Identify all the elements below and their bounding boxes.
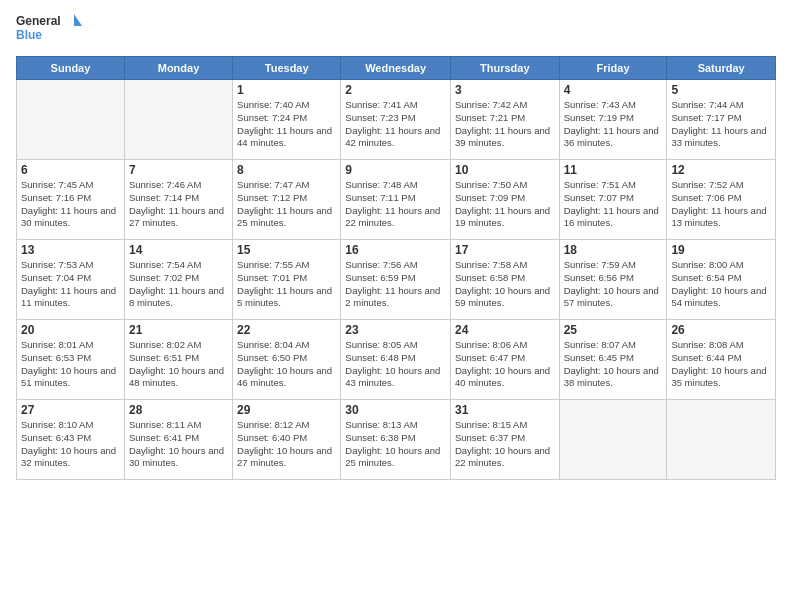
- calendar-day-header: Monday: [124, 57, 232, 80]
- logo-svg: General Blue: [16, 10, 86, 50]
- logo: General Blue: [16, 10, 86, 50]
- day-info: Sunrise: 7:47 AM Sunset: 7:12 PM Dayligh…: [237, 179, 336, 230]
- calendar-day-cell: 18Sunrise: 7:59 AM Sunset: 6:56 PM Dayli…: [559, 240, 667, 320]
- page: General Blue SundayMondayTuesdayWednesda…: [0, 0, 792, 490]
- calendar-day-cell: 26Sunrise: 8:08 AM Sunset: 6:44 PM Dayli…: [667, 320, 776, 400]
- calendar-day-cell: 29Sunrise: 8:12 AM Sunset: 6:40 PM Dayli…: [233, 400, 341, 480]
- day-number: 24: [455, 323, 555, 337]
- calendar-day-header: Friday: [559, 57, 667, 80]
- calendar-day-cell: 17Sunrise: 7:58 AM Sunset: 6:58 PM Dayli…: [450, 240, 559, 320]
- day-info: Sunrise: 7:48 AM Sunset: 7:11 PM Dayligh…: [345, 179, 446, 230]
- svg-text:Blue: Blue: [16, 28, 42, 42]
- calendar-week-row: 6Sunrise: 7:45 AM Sunset: 7:16 PM Daylig…: [17, 160, 776, 240]
- day-number: 9: [345, 163, 446, 177]
- day-info: Sunrise: 7:46 AM Sunset: 7:14 PM Dayligh…: [129, 179, 228, 230]
- calendar-day-cell: 4Sunrise: 7:43 AM Sunset: 7:19 PM Daylig…: [559, 80, 667, 160]
- svg-text:General: General: [16, 14, 61, 28]
- calendar-day-cell: 14Sunrise: 7:54 AM Sunset: 7:02 PM Dayli…: [124, 240, 232, 320]
- calendar-day-cell: [667, 400, 776, 480]
- day-info: Sunrise: 7:42 AM Sunset: 7:21 PM Dayligh…: [455, 99, 555, 150]
- calendar-day-cell: 15Sunrise: 7:55 AM Sunset: 7:01 PM Dayli…: [233, 240, 341, 320]
- calendar-day-cell: [17, 80, 125, 160]
- day-number: 14: [129, 243, 228, 257]
- calendar-week-row: 1Sunrise: 7:40 AM Sunset: 7:24 PM Daylig…: [17, 80, 776, 160]
- day-number: 7: [129, 163, 228, 177]
- day-number: 2: [345, 83, 446, 97]
- day-info: Sunrise: 7:44 AM Sunset: 7:17 PM Dayligh…: [671, 99, 771, 150]
- calendar-day-header: Saturday: [667, 57, 776, 80]
- day-number: 28: [129, 403, 228, 417]
- calendar-day-cell: 7Sunrise: 7:46 AM Sunset: 7:14 PM Daylig…: [124, 160, 232, 240]
- day-number: 4: [564, 83, 663, 97]
- calendar-day-cell: 12Sunrise: 7:52 AM Sunset: 7:06 PM Dayli…: [667, 160, 776, 240]
- day-info: Sunrise: 8:06 AM Sunset: 6:47 PM Dayligh…: [455, 339, 555, 390]
- day-number: 8: [237, 163, 336, 177]
- calendar-day-cell: 22Sunrise: 8:04 AM Sunset: 6:50 PM Dayli…: [233, 320, 341, 400]
- calendar-day-cell: 2Sunrise: 7:41 AM Sunset: 7:23 PM Daylig…: [341, 80, 451, 160]
- calendar-day-header: Wednesday: [341, 57, 451, 80]
- calendar-table: SundayMondayTuesdayWednesdayThursdayFrid…: [16, 56, 776, 480]
- day-number: 11: [564, 163, 663, 177]
- calendar-day-cell: 16Sunrise: 7:56 AM Sunset: 6:59 PM Dayli…: [341, 240, 451, 320]
- calendar-day-cell: 5Sunrise: 7:44 AM Sunset: 7:17 PM Daylig…: [667, 80, 776, 160]
- day-number: 19: [671, 243, 771, 257]
- day-info: Sunrise: 8:05 AM Sunset: 6:48 PM Dayligh…: [345, 339, 446, 390]
- day-info: Sunrise: 8:11 AM Sunset: 6:41 PM Dayligh…: [129, 419, 228, 470]
- day-info: Sunrise: 7:53 AM Sunset: 7:04 PM Dayligh…: [21, 259, 120, 310]
- day-info: Sunrise: 7:56 AM Sunset: 6:59 PM Dayligh…: [345, 259, 446, 310]
- calendar-day-header: Sunday: [17, 57, 125, 80]
- calendar-day-cell: 30Sunrise: 8:13 AM Sunset: 6:38 PM Dayli…: [341, 400, 451, 480]
- day-number: 12: [671, 163, 771, 177]
- calendar-day-cell: [124, 80, 232, 160]
- day-info: Sunrise: 8:08 AM Sunset: 6:44 PM Dayligh…: [671, 339, 771, 390]
- day-number: 25: [564, 323, 663, 337]
- calendar-day-cell: 24Sunrise: 8:06 AM Sunset: 6:47 PM Dayli…: [450, 320, 559, 400]
- calendar-day-cell: 13Sunrise: 7:53 AM Sunset: 7:04 PM Dayli…: [17, 240, 125, 320]
- day-number: 29: [237, 403, 336, 417]
- day-number: 22: [237, 323, 336, 337]
- calendar-day-cell: 8Sunrise: 7:47 AM Sunset: 7:12 PM Daylig…: [233, 160, 341, 240]
- day-info: Sunrise: 8:07 AM Sunset: 6:45 PM Dayligh…: [564, 339, 663, 390]
- calendar-day-cell: 28Sunrise: 8:11 AM Sunset: 6:41 PM Dayli…: [124, 400, 232, 480]
- calendar-day-header: Tuesday: [233, 57, 341, 80]
- day-number: 31: [455, 403, 555, 417]
- day-number: 23: [345, 323, 446, 337]
- day-number: 3: [455, 83, 555, 97]
- day-info: Sunrise: 8:02 AM Sunset: 6:51 PM Dayligh…: [129, 339, 228, 390]
- calendar-day-cell: 25Sunrise: 8:07 AM Sunset: 6:45 PM Dayli…: [559, 320, 667, 400]
- calendar-day-cell: 21Sunrise: 8:02 AM Sunset: 6:51 PM Dayli…: [124, 320, 232, 400]
- day-number: 10: [455, 163, 555, 177]
- header: General Blue: [16, 10, 776, 50]
- calendar-day-header: Thursday: [450, 57, 559, 80]
- calendar-day-cell: 6Sunrise: 7:45 AM Sunset: 7:16 PM Daylig…: [17, 160, 125, 240]
- calendar-day-cell: 11Sunrise: 7:51 AM Sunset: 7:07 PM Dayli…: [559, 160, 667, 240]
- day-info: Sunrise: 7:54 AM Sunset: 7:02 PM Dayligh…: [129, 259, 228, 310]
- day-info: Sunrise: 7:45 AM Sunset: 7:16 PM Dayligh…: [21, 179, 120, 230]
- calendar-week-row: 27Sunrise: 8:10 AM Sunset: 6:43 PM Dayli…: [17, 400, 776, 480]
- calendar-day-cell: [559, 400, 667, 480]
- day-number: 27: [21, 403, 120, 417]
- day-info: Sunrise: 8:00 AM Sunset: 6:54 PM Dayligh…: [671, 259, 771, 310]
- calendar-day-cell: 1Sunrise: 7:40 AM Sunset: 7:24 PM Daylig…: [233, 80, 341, 160]
- day-number: 15: [237, 243, 336, 257]
- day-number: 20: [21, 323, 120, 337]
- day-info: Sunrise: 7:55 AM Sunset: 7:01 PM Dayligh…: [237, 259, 336, 310]
- day-info: Sunrise: 7:50 AM Sunset: 7:09 PM Dayligh…: [455, 179, 555, 230]
- day-number: 21: [129, 323, 228, 337]
- day-info: Sunrise: 7:40 AM Sunset: 7:24 PM Dayligh…: [237, 99, 336, 150]
- day-number: 26: [671, 323, 771, 337]
- calendar-day-cell: 27Sunrise: 8:10 AM Sunset: 6:43 PM Dayli…: [17, 400, 125, 480]
- day-info: Sunrise: 8:01 AM Sunset: 6:53 PM Dayligh…: [21, 339, 120, 390]
- day-number: 30: [345, 403, 446, 417]
- day-info: Sunrise: 7:52 AM Sunset: 7:06 PM Dayligh…: [671, 179, 771, 230]
- day-info: Sunrise: 8:12 AM Sunset: 6:40 PM Dayligh…: [237, 419, 336, 470]
- day-info: Sunrise: 7:58 AM Sunset: 6:58 PM Dayligh…: [455, 259, 555, 310]
- day-info: Sunrise: 8:10 AM Sunset: 6:43 PM Dayligh…: [21, 419, 120, 470]
- day-number: 17: [455, 243, 555, 257]
- day-info: Sunrise: 7:43 AM Sunset: 7:19 PM Dayligh…: [564, 99, 663, 150]
- day-number: 18: [564, 243, 663, 257]
- day-info: Sunrise: 8:15 AM Sunset: 6:37 PM Dayligh…: [455, 419, 555, 470]
- day-number: 13: [21, 243, 120, 257]
- svg-marker-2: [74, 14, 82, 26]
- calendar-day-cell: 31Sunrise: 8:15 AM Sunset: 6:37 PM Dayli…: [450, 400, 559, 480]
